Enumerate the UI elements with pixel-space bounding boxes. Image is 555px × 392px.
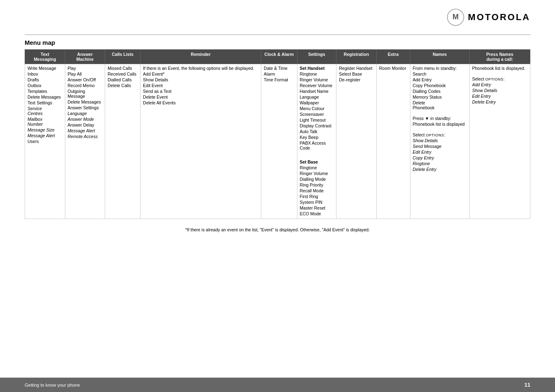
item-edit-entry-names: Edit Entry: [413, 150, 467, 154]
item-recall-mode: Recall Mode: [300, 188, 334, 193]
item-copy-phonebook: Copy Phonebook: [413, 83, 467, 88]
item-delete-calls: Delete Calls: [108, 83, 138, 88]
page: M MOTOROLA Menu map TextMessaging Answer…: [0, 0, 555, 392]
item-show-details-names: Show Details: [413, 138, 467, 143]
item-answer-settings: Answer Settings: [68, 105, 103, 110]
item-delete-messages: Delete Messages: [28, 95, 62, 99]
item-delete-messages-am: Delete Messages: [68, 99, 103, 104]
item-add-entry: Add Entry: [413, 77, 467, 82]
item-remote-access: Remote Access: [68, 134, 103, 139]
item-edit-entry-call: Edit Entry: [472, 94, 527, 99]
item-dialling-mode: Dialling Mode: [300, 177, 334, 182]
item-search: Search: [413, 71, 467, 76]
item-copy-entry-names: Copy Entry: [413, 155, 467, 160]
item-time-format: Time Format: [264, 77, 294, 82]
item-select-base: Select Base: [339, 71, 374, 76]
item-pabx-access-code: PABX AccessCode: [300, 141, 334, 150]
item-outbox: Outbox: [28, 83, 62, 88]
main-content: Menu map TextMessaging AnswerMachine Cal…: [0, 30, 555, 240]
item-add-event: Add Event*: [143, 71, 258, 76]
col-reminder: If there is an Event, the following opti…: [140, 64, 261, 219]
item-answer-mode: Answer Mode: [68, 117, 103, 122]
col-settings: Set Handset Ringtone Ringer Volume Recei…: [297, 64, 336, 219]
header: M MOTOROLA: [0, 0, 555, 30]
item-show-details-call: Show Details: [472, 88, 527, 93]
item-missed-calls: Missed Calls: [108, 66, 138, 71]
item-ringer-volume-handset: Ringer Volume: [300, 77, 334, 82]
footnote: *If there is already an event on the lis…: [25, 227, 530, 232]
item-received-calls: Received Calls: [108, 71, 138, 76]
item-phonebook-displayed-call: Phonebook list is displayed.: [472, 66, 527, 71]
item-select-options-names: Select OPTIONS:: [413, 132, 467, 137]
item-alarm: Alarm: [264, 71, 294, 76]
item-ringer-volume-base: Ringer Volume: [300, 171, 334, 176]
item-inbox: Inbox: [28, 71, 62, 76]
col-header-reminder: Reminder: [140, 50, 261, 64]
item-mailbox-number: MailboxNumber: [28, 117, 62, 127]
item-edit-event: Edit Event: [143, 83, 258, 88]
item-receiver-volume: Receiver Volume: [300, 83, 334, 88]
item-light-timeout: Light Timeout: [300, 118, 334, 122]
item-master-reset: Master Reset: [300, 205, 334, 210]
col-header-text-messaging: TextMessaging: [25, 50, 65, 64]
col-registration: Register Handset Select Base De-register: [336, 64, 377, 219]
item-key-beep: Key Beep: [300, 135, 334, 140]
item-delete-entry-call: Delete Entry: [472, 99, 527, 104]
item-select-options-call: Select OPTIONS:: [472, 76, 527, 81]
item-answer-delay: Answer Delay: [68, 122, 103, 127]
col-header-calls-lists: Calls Lists: [105, 50, 140, 64]
item-add-entry-call: Add Entry: [472, 82, 527, 87]
col-header-names: Names: [410, 50, 470, 64]
item-send-as-text: Send as a Text: [143, 89, 258, 94]
item-record-memo: Record Memo: [68, 83, 103, 88]
item-room-monitor: Room Monitor: [379, 66, 408, 71]
col-calls-lists: Missed Calls Received Calls Dialled Call…: [105, 64, 140, 219]
item-display-contrast: Display Contrast: [300, 123, 334, 128]
item-delete-entry-names: Delete Entry: [413, 167, 467, 172]
item-dialling-codes: Dialling Codes: [413, 89, 467, 94]
col-extra: Room Monitor: [376, 64, 410, 219]
col-press-names: Phonebook list is displayed. Select OPTI…: [470, 64, 530, 219]
item-screensaver: Screensaver: [300, 112, 334, 117]
item-text-settings: Text Settings: [28, 100, 62, 105]
item-users: Users: [28, 139, 62, 144]
item-ringtone-handset: Ringtone: [300, 71, 334, 76]
item-drafts: Drafts: [28, 77, 62, 82]
page-title: Menu map: [25, 39, 530, 46]
item-menu-colour: Menu Colour: [300, 106, 334, 111]
item-first-ring: First Ring: [300, 194, 334, 199]
item-auto-talk: Auto Talk: [300, 129, 334, 134]
top-divider: [25, 35, 530, 35]
footer-text: Getting to know your phone: [25, 383, 80, 387]
item-language-am: Language: [68, 111, 103, 116]
col-header-clock-alarm: Clock & Alarm: [261, 50, 297, 64]
item-delete-all-events: Delete All Events: [143, 100, 258, 105]
item-ringtone-names: Ringtone: [413, 161, 467, 166]
item-wallpaper: Wallpaper: [300, 100, 334, 105]
col-header-answer-machine: AnswerMachine: [65, 50, 105, 64]
col-header-press-names: Press Namesduring a call:: [470, 50, 530, 64]
item-templates: Templates: [28, 89, 62, 94]
menu-table: TextMessaging AnswerMachine Calls Lists …: [25, 49, 530, 219]
item-play: Play: [68, 66, 103, 71]
brand-name: MOTOROLA: [468, 12, 530, 23]
item-system-pin: System PIN: [300, 200, 334, 205]
item-service-centres: ServiceCentres: [28, 106, 62, 116]
item-language-settings: Language: [300, 95, 334, 99]
item-phonebook-displayed: Phonebook list is displayed: [413, 122, 467, 127]
item-from-menu-standby: From menu in standby:: [413, 66, 467, 71]
item-memory-status: Memory Status: [413, 95, 467, 99]
item-ringtone-base: Ringtone: [300, 165, 334, 170]
item-outgoing-message: OutgoingMessage: [68, 89, 103, 99]
item-ring-priority: Ring Priority: [300, 182, 334, 187]
footer: Getting to know your phone 11: [0, 378, 555, 392]
col-text-messaging: Write Message Inbox Drafts Outbox Templa…: [25, 64, 65, 219]
item-date-time: Date & Time: [264, 66, 294, 71]
svg-text:M: M: [453, 13, 459, 21]
footer-page-number: 11: [525, 382, 530, 388]
motorola-logo: M MOTOROLA: [447, 8, 530, 26]
item-delete-phonebook: DeletePhonebook: [413, 100, 467, 110]
item-answer-on-off: Answer On/Off: [68, 77, 103, 82]
item-reminder-intro: If there is an Event, the following opti…: [143, 66, 258, 71]
motorola-icon: M: [447, 8, 465, 26]
